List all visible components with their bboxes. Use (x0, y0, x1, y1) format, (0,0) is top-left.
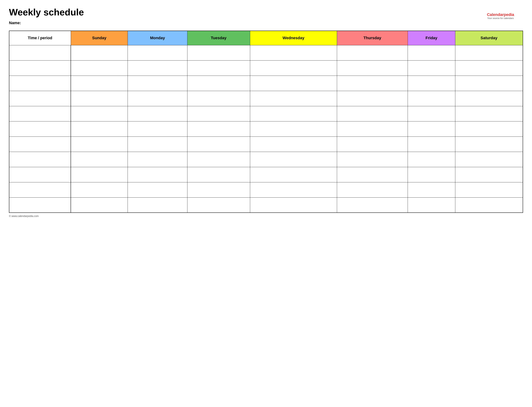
schedule-cell[interactable] (408, 91, 455, 106)
schedule-cell[interactable] (71, 152, 128, 167)
schedule-cell[interactable] (128, 91, 187, 106)
schedule-cell[interactable] (455, 45, 523, 60)
time-cell[interactable] (9, 60, 71, 76)
schedule-cell[interactable] (250, 60, 337, 76)
schedule-cell[interactable] (337, 106, 408, 121)
schedule-cell[interactable] (71, 45, 128, 60)
schedule-cell[interactable] (408, 197, 455, 213)
schedule-cell[interactable] (408, 121, 455, 136)
schedule-cell[interactable] (128, 121, 187, 136)
schedule-cell[interactable] (71, 60, 128, 76)
schedule-cell[interactable] (71, 91, 128, 106)
col-header-monday: Monday (128, 31, 187, 45)
schedule-cell[interactable] (408, 152, 455, 167)
schedule-cell[interactable] (128, 45, 187, 60)
table-row (9, 60, 523, 76)
schedule-cell[interactable] (408, 167, 455, 182)
schedule-cell[interactable] (187, 106, 250, 121)
schedule-cell[interactable] (71, 121, 128, 136)
schedule-cell[interactable] (408, 45, 455, 60)
schedule-cell[interactable] (71, 106, 128, 121)
schedule-cell[interactable] (187, 167, 250, 182)
schedule-cell[interactable] (337, 45, 408, 60)
time-cell[interactable] (9, 136, 71, 152)
schedule-cell[interactable] (250, 91, 337, 106)
schedule-cell[interactable] (71, 197, 128, 213)
schedule-cell[interactable] (128, 182, 187, 197)
time-cell[interactable] (9, 45, 71, 60)
schedule-cell[interactable] (337, 167, 408, 182)
schedule-cell[interactable] (455, 167, 523, 182)
schedule-cell[interactable] (250, 167, 337, 182)
time-cell[interactable] (9, 76, 71, 91)
time-cell[interactable] (9, 106, 71, 121)
logo-brand-part2: pedia (504, 12, 514, 17)
schedule-cell[interactable] (250, 106, 337, 121)
time-cell[interactable] (9, 182, 71, 197)
page-title: Weekly schedule (9, 7, 523, 17)
col-header-tuesday: Tuesday (187, 31, 250, 45)
schedule-cell[interactable] (337, 91, 408, 106)
schedule-cell[interactable] (337, 60, 408, 76)
schedule-cell[interactable] (250, 45, 337, 60)
schedule-cell[interactable] (71, 182, 128, 197)
schedule-cell[interactable] (455, 182, 523, 197)
schedule-cell[interactable] (187, 76, 250, 91)
schedule-cell[interactable] (408, 136, 455, 152)
schedule-cell[interactable] (337, 182, 408, 197)
time-cell[interactable] (9, 91, 71, 106)
schedule-cell[interactable] (455, 136, 523, 152)
schedule-cell[interactable] (187, 197, 250, 213)
schedule-cell[interactable] (337, 136, 408, 152)
schedule-cell[interactable] (250, 76, 337, 91)
schedule-cell[interactable] (455, 60, 523, 76)
schedule-cell[interactable] (128, 136, 187, 152)
schedule-cell[interactable] (455, 121, 523, 136)
schedule-cell[interactable] (250, 182, 337, 197)
schedule-cell[interactable] (250, 121, 337, 136)
schedule-cell[interactable] (187, 45, 250, 60)
schedule-cell[interactable] (187, 152, 250, 167)
schedule-table: Time / period Sunday Monday Tuesday Wedn… (9, 31, 523, 213)
schedule-cell[interactable] (250, 136, 337, 152)
schedule-cell[interactable] (128, 106, 187, 121)
header-row: Time / period Sunday Monday Tuesday Wedn… (9, 31, 523, 45)
schedule-cell[interactable] (455, 152, 523, 167)
schedule-cell[interactable] (187, 182, 250, 197)
schedule-cell[interactable] (71, 76, 128, 91)
schedule-cell[interactable] (455, 106, 523, 121)
time-cell[interactable] (9, 167, 71, 182)
footer-text: © www.calendarpedia.com (9, 215, 39, 218)
time-cell[interactable] (9, 121, 71, 136)
time-cell[interactable] (9, 152, 71, 167)
schedule-cell[interactable] (455, 197, 523, 213)
schedule-cell[interactable] (128, 152, 187, 167)
schedule-cell[interactable] (128, 197, 187, 213)
schedule-cell[interactable] (187, 60, 250, 76)
logo-subtitle: Your source for calendars (487, 17, 514, 20)
schedule-cell[interactable] (187, 91, 250, 106)
schedule-cell[interactable] (128, 167, 187, 182)
logo-text: Calendarpedia (487, 13, 514, 17)
schedule-cell[interactable] (408, 60, 455, 76)
schedule-cell[interactable] (187, 121, 250, 136)
schedule-cell[interactable] (71, 136, 128, 152)
schedule-cell[interactable] (408, 182, 455, 197)
schedule-cell[interactable] (337, 197, 408, 213)
schedule-cell[interactable] (71, 167, 128, 182)
schedule-cell[interactable] (337, 76, 408, 91)
schedule-cell[interactable] (128, 76, 187, 91)
schedule-cell[interactable] (187, 136, 250, 152)
schedule-cell[interactable] (408, 106, 455, 121)
schedule-cell[interactable] (250, 152, 337, 167)
schedule-cell[interactable] (337, 152, 408, 167)
time-cell[interactable] (9, 197, 71, 213)
schedule-cell[interactable] (128, 60, 187, 76)
schedule-cell[interactable] (337, 121, 408, 136)
schedule-cell[interactable] (455, 91, 523, 106)
schedule-cell[interactable] (408, 76, 455, 91)
schedule-cell[interactable] (455, 76, 523, 91)
table-row (9, 152, 523, 167)
table-row (9, 197, 523, 213)
schedule-cell[interactable] (250, 197, 337, 213)
